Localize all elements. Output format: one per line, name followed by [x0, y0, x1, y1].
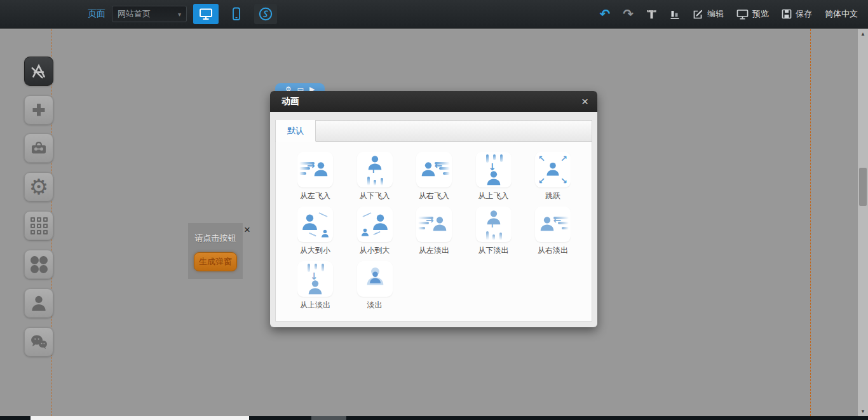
appstore-icon [29, 62, 48, 81]
fade-out-top-icon: ↓ [297, 261, 333, 297]
fly-in-top-icon: ↓ [476, 152, 512, 187]
tab-default-label: 默认 [287, 126, 304, 135]
preview-icon [736, 9, 749, 20]
big-to-small-icon [297, 207, 333, 242]
fly-in-right-icon: ← [416, 152, 452, 187]
scroll-down-icon[interactable]: ▼ [858, 409, 868, 414]
edit-label: 编辑 [707, 8, 724, 20]
site-builder-app: 页面 网站首页 ▾ ↶ ↷ [0, 0, 868, 420]
mobile-view-icon [231, 7, 242, 21]
vertical-scrollbar-thumb[interactable] [859, 168, 867, 206]
animation-item[interactable]: ←从右飞入 [416, 152, 476, 207]
animation-item-label: 从下飞入 [357, 191, 393, 201]
sidebar-item-settings[interactable]: ⚙ [24, 172, 53, 201]
fade-out-icon [357, 261, 393, 297]
animation-item[interactable]: ↑从下飞入 [357, 152, 417, 207]
animation-item-label: 从下淡出 [476, 245, 512, 256]
page-select[interactable]: 网站首页 ▾ [112, 6, 187, 22]
link-button[interactable] [254, 4, 277, 24]
save-label: 保存 [796, 8, 812, 20]
sidebar-item-wechat[interactable] [24, 327, 53, 356]
close-icon[interactable]: × [581, 95, 588, 107]
gear-icon: ⚙ [29, 176, 48, 198]
animation-item-label: 从上淡出 [297, 300, 333, 311]
save-icon [782, 9, 792, 19]
person-icon [29, 294, 48, 313]
plus-icon [30, 101, 48, 119]
sidebar-item-toolbox[interactable] [24, 133, 53, 163]
animation-item[interactable]: →从左飞入 [297, 152, 357, 207]
animation-item-label: 从左淡出 [416, 245, 452, 256]
popup-trigger-widget[interactable]: 请点击按钮 生成弹窗 [188, 223, 243, 279]
vertical-scrollbar[interactable]: ▲ ▼ [858, 29, 868, 416]
dialog-tabs: 默认 [275, 120, 592, 142]
animation-item-label: 从左飞入 [297, 191, 333, 201]
animation-grid: →从左飞入↑从下飞入←从右飞入↓从上飞入↖↗↙↘跳跃从大到小从小到大→从左淡出↑… [276, 142, 592, 316]
sidebar-item-apps[interactable] [24, 250, 53, 279]
sidebar-item-widgets[interactable] [24, 57, 53, 86]
edit-button[interactable]: 编辑 [693, 8, 724, 20]
horizontal-scrollbar-segment [311, 416, 346, 420]
redo-icon[interactable]: ↷ [623, 8, 634, 20]
preview-button[interactable]: 预览 [736, 8, 769, 20]
trigger-hint-text: 请点击按钮 [195, 233, 236, 244]
desktop-view-icon [199, 8, 213, 20]
remove-widget-button[interactable]: × [244, 224, 250, 235]
animation-item-label: 从右飞入 [416, 191, 452, 201]
animation-item-label: 从上飞入 [476, 191, 512, 201]
animation-item-label: 从小到大 [357, 245, 393, 256]
fly-in-left-icon: → [297, 152, 333, 187]
dialog-titlebar[interactable]: 动画 × [270, 91, 597, 112]
animation-item[interactable]: →从左淡出 [416, 207, 476, 261]
preview-label: 预览 [752, 8, 769, 20]
canvas: ⚙ 请点击按钮 生成弹窗 × ⚙ ▭ ▶ [0, 29, 868, 416]
animation-item[interactable]: ↖↗↙↘跳跃 [535, 152, 592, 207]
jump-icon: ↖↗↙↘ [535, 152, 571, 187]
sidebar-item-member[interactable] [24, 288, 53, 318]
page-guide-right [810, 29, 811, 416]
fade-out-left-icon: → [416, 207, 452, 242]
animation-dialog: 动画 × 默认 →从左飞入↑从下飞入←从右飞入↓从上飞入↖↗↙↘跳跃从大到小从小… [270, 91, 597, 327]
animation-item[interactable]: 从小到大 [357, 207, 417, 261]
grid-icon [31, 217, 48, 234]
sidebar-item-modules[interactable] [24, 211, 53, 240]
undo-icon[interactable]: ↶ [599, 8, 610, 20]
fly-in-bottom-icon: ↑ [357, 152, 393, 187]
top-toolbar: 页面 网站首页 ▾ ↶ ↷ [0, 0, 868, 29]
horizontal-scrollbar[interactable] [0, 416, 868, 420]
animation-item[interactable]: ←从右淡出 [535, 207, 592, 261]
animation-item-label: 从大到小 [297, 245, 333, 256]
clover-icon [31, 256, 48, 273]
wechat-icon [29, 333, 48, 351]
desktop-view-button[interactable] [193, 4, 219, 24]
small-to-big-icon [357, 207, 393, 242]
stats-icon[interactable] [670, 9, 680, 20]
animation-item[interactable]: ↓从上淡出 [297, 261, 357, 316]
fade-out-bottom-icon: ↑ [476, 207, 512, 242]
horizontal-scrollbar-thumb[interactable] [31, 416, 249, 420]
link-icon [258, 6, 273, 22]
animation-item-label: 淡出 [357, 300, 393, 311]
animation-item[interactable]: 淡出 [357, 261, 417, 316]
sidebar-item-add[interactable] [24, 95, 53, 125]
animation-item[interactable]: ↓从上飞入 [476, 152, 536, 207]
animation-item-label: 从右淡出 [535, 245, 571, 256]
generate-popup-button[interactable]: 生成弹窗 [194, 252, 237, 271]
language-label[interactable]: 简体中文 [825, 8, 858, 20]
dialog-title: 动画 [281, 96, 299, 107]
toolbox-icon [30, 139, 48, 157]
fade-out-right-icon: ← [535, 207, 571, 242]
save-button[interactable]: 保存 [782, 8, 812, 20]
chevron-down-icon: ▾ [178, 11, 181, 18]
page-label: 页面 [88, 8, 105, 20]
scroll-up-icon[interactable]: ▲ [858, 31, 868, 37]
ruler-icon[interactable] [646, 9, 657, 20]
animation-panel: →从左飞入↑从下飞入←从右飞入↓从上飞入↖↗↙↘跳跃从大到小从小到大→从左淡出↑… [275, 142, 592, 322]
animation-item[interactable]: ↑从下淡出 [476, 207, 536, 261]
animation-item-label: 跳跃 [535, 191, 571, 201]
tab-default[interactable]: 默认 [276, 120, 316, 142]
mobile-view-button[interactable] [225, 4, 248, 24]
animation-item[interactable]: 从大到小 [297, 207, 357, 261]
page-select-value: 网站首页 [118, 8, 151, 20]
edit-icon [693, 9, 703, 20]
